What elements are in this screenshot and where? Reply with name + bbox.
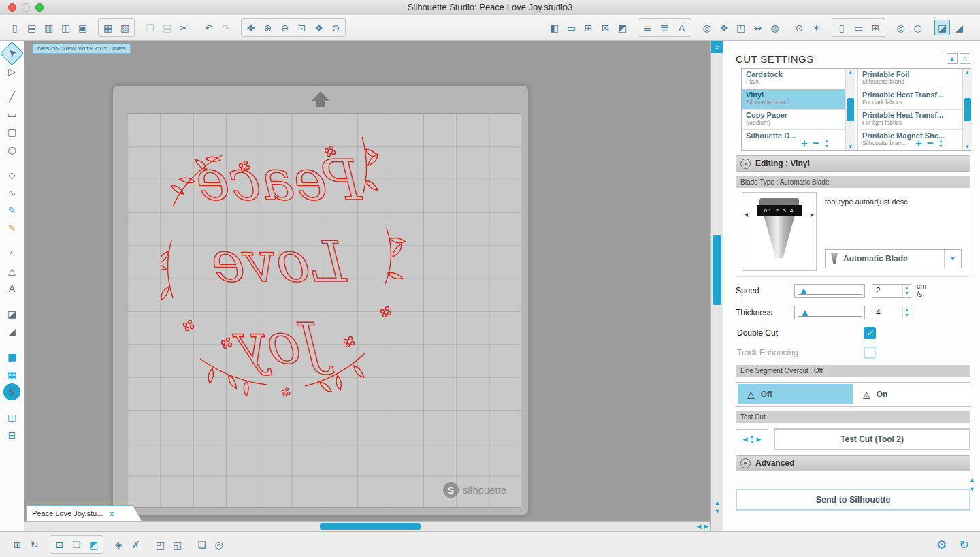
material-item[interactable]: Printable Magnet She...Silhouette bran..… [858,130,963,150]
send-phone-icon[interactable]: ▭ [851,20,866,35]
track-enhancing-checkbox[interactable] [864,347,876,359]
spiral-icon[interactable]: ◎ [211,537,227,552]
polygon-tool[interactable]: ◇ [3,166,20,183]
select-tool[interactable]: ➤ [0,42,24,65]
stipple-icon[interactable]: ○ [910,20,926,35]
material-item[interactable]: Printable Heat Transf...For light fabric… [858,110,963,130]
expand-section-icon[interactable]: ▶ [740,458,751,468]
text-tool[interactable]: A [3,280,20,297]
dropdown-arrow-icon[interactable]: ▼ [944,250,961,268]
fill-page-tool[interactable]: ■ [3,348,20,365]
material-scroll-thumb[interactable] [964,98,971,121]
pattern-fill-tool[interactable]: ▦ [3,366,20,383]
open-document-icon[interactable]: ▤ [24,20,39,35]
zoom-selection-icon[interactable]: ⊡ [294,20,310,35]
document-tab[interactable]: Peace Love Joy.stu... x [26,505,133,521]
knife-panel-icon[interactable]: ◢ [951,20,967,35]
sync-icon[interactable]: ↻ [956,537,972,552]
material-spinner[interactable]: ▲▼ [824,138,829,148]
emboss-icon[interactable]: ◍ [767,20,783,35]
save-icon[interactable]: ◫ [58,20,74,35]
curve-tool[interactable]: ∿ [3,184,20,201]
line-thickness-icon[interactable]: ≣ [657,20,672,35]
word-joy[interactable]: Joy [232,311,334,376]
add-material-button[interactable]: + [915,138,922,149]
line-tool[interactable]: ╱ [3,88,20,105]
silhouette-library-tool[interactable]: S [3,383,20,400]
add-material-button[interactable]: + [801,138,808,149]
remove-material-button[interactable]: − [927,138,934,149]
trace-icon[interactable]: ✶ [808,20,824,35]
cut-icon[interactable]: ✂ [176,20,192,35]
bring-forward-icon[interactable]: ◰ [152,537,168,552]
preferences-gear-icon[interactable]: ⚙ [934,537,949,552]
thickness-spinner[interactable]: ▲▼ [902,306,911,319]
fill-color-icon[interactable]: ◧ [546,20,562,35]
line-style-icon[interactable]: ≡ [640,20,655,35]
scale-icon[interactable]: ⊞ [10,537,25,552]
speed-input[interactable] [872,286,902,296]
freehand-tool[interactable]: ✎ [3,202,20,219]
material-item[interactable]: Printable FoilSilhouette brand [858,69,963,89]
align-icon[interactable]: ⊡ [52,537,67,552]
send-tablet-icon[interactable]: ▯ [834,20,849,35]
undo-icon[interactable]: ↶ [201,20,216,35]
send-to-silhouette-button[interactable]: Send to Silhouette [736,489,970,511]
scroll-up-button[interactable]: ▲ [715,499,721,506]
blade-increase-icon[interactable]: ▸ [811,210,814,218]
horizontal-scrollbar-thumb[interactable] [320,523,421,530]
send-backward-icon[interactable]: ◱ [169,537,185,552]
fit-to-page-icon[interactable]: ❖ [311,20,327,35]
thickness-input[interactable] [872,308,902,317]
speed-slider[interactable] [794,284,865,298]
smooth-freehand-tool[interactable]: ✎ [3,219,20,236]
close-tab-button[interactable]: x [110,510,114,518]
rectangle-tool[interactable]: ▭ [3,106,20,123]
paste-icon[interactable]: ▤ [159,20,175,35]
dock-panel-button[interactable]: ▲ [947,53,958,64]
horizontal-scrollbar[interactable]: ◀ ▶ [24,521,710,531]
material-scroll-up-icon[interactable]: ▲ [965,69,970,76]
zoom-in-icon[interactable]: ⊕ [260,20,276,35]
material-scroll-down-icon[interactable]: ▼ [848,144,853,150]
speed-slider-marker[interactable] [800,288,807,295]
weld-options-icon[interactable]: ◎ [699,20,715,35]
eraser-panel-icon[interactable]: ◪ [934,20,950,35]
material-item[interactable]: VinylSilhouette brand [742,89,845,110]
word-peace[interactable]: Peace [197,148,366,212]
registration-marks-icon[interactable]: ⊠ [598,20,613,35]
material-item[interactable]: CardstockPlain [742,69,845,89]
transfer-icon[interactable]: ↔ [750,20,766,35]
registration-target-icon[interactable]: ◎ [893,20,909,35]
speed-spinner[interactable]: ▲▼ [902,285,911,297]
remove-material-button[interactable]: − [813,138,819,149]
group-icon[interactable]: ❐ [69,537,84,552]
arc-tool[interactable]: ◜ [3,244,20,261]
new-document-icon[interactable]: ▯ [7,20,22,35]
rounded-rectangle-tool[interactable]: ▢ [3,123,20,140]
blade-decrease-icon[interactable]: ◂ [745,210,748,218]
material-scrollbar-2[interactable]: ▲ ▼ [962,69,972,150]
copy-icon[interactable]: ❐ [142,20,158,35]
word-love[interactable]: Love [212,229,350,294]
material-item[interactable]: Copy Paper(Medium) [742,110,845,130]
material-item[interactable]: Printable Heat Transf...For dark fabrics [858,89,963,110]
test-cut-button[interactable]: Test Cut (Tool 2) [774,428,970,450]
printer-settings-icon[interactable]: ▧ [117,20,133,35]
eraser-tool[interactable]: ◪ [3,305,20,322]
modify-icon[interactable]: ◰ [733,20,749,35]
material-scroll-up-icon[interactable]: ▲ [848,69,853,76]
material-scrollbar-1[interactable]: ▲ ▼ [845,69,855,150]
thickness-slider[interactable] [794,306,865,319]
delete-icon[interactable]: ✗ [128,537,144,552]
undock-panel-button[interactable]: △ [960,53,970,64]
collapse-panel-button[interactable]: » [711,41,723,53]
paste-in-place-icon[interactable]: ◩ [86,537,101,552]
thickness-slider-marker[interactable] [802,310,808,317]
vertical-scrollbar[interactable]: » ▲ ▼ [710,41,723,531]
ellipse-tool[interactable]: ○ [3,141,20,158]
scroll-left-button[interactable]: ◀ [696,523,701,530]
material-spinner[interactable]: ▲▼ [938,138,943,148]
overcut-on-button[interactable]: ◬ On [853,384,968,404]
editing-section-header[interactable]: ▼ Editing : Vinyl [736,155,970,172]
